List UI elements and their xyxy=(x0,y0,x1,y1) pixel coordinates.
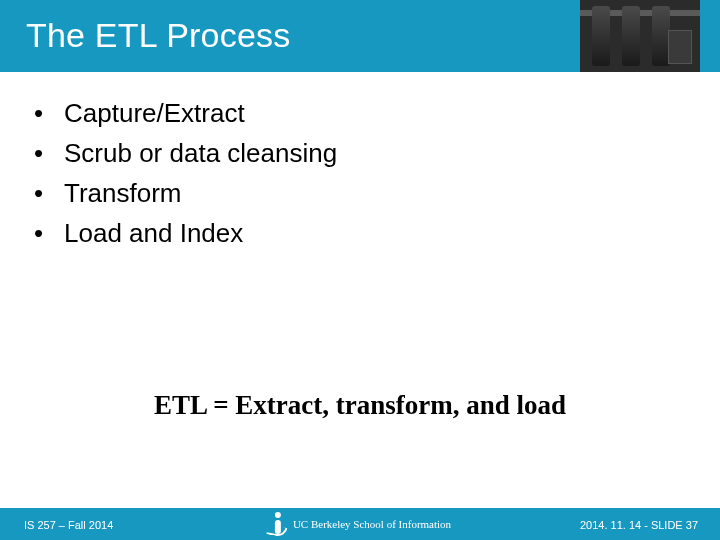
footer-bar: IS 257 – Fall 2014 UC Berkeley School of… xyxy=(0,508,720,540)
bullet-text: Transform xyxy=(64,176,182,210)
bullet-icon: • xyxy=(34,136,64,170)
list-item: • Capture/Extract xyxy=(34,96,674,130)
list-item: • Scrub or data cleansing xyxy=(34,136,674,170)
list-item: • Transform xyxy=(34,176,674,210)
slide-title: The ETL Process xyxy=(26,16,290,55)
footer-logo: UC Berkeley School of Information xyxy=(269,512,451,536)
slide: The ETL Process • Capture/Extract • Scru… xyxy=(0,0,720,540)
footer-school: UC Berkeley School of Information xyxy=(293,518,451,530)
bullet-list: • Capture/Extract • Scrub or data cleans… xyxy=(34,96,674,256)
decorative-photo xyxy=(580,0,700,72)
list-item: • Load and Index xyxy=(34,216,674,250)
bullet-text: Capture/Extract xyxy=(64,96,245,130)
photo-column xyxy=(592,6,610,66)
definition-text: ETL = Extract, transform, and load xyxy=(0,390,720,421)
bullet-icon: • xyxy=(34,176,64,210)
bullet-text: Load and Index xyxy=(64,216,243,250)
photo-door xyxy=(668,30,692,64)
photo-column xyxy=(622,6,640,66)
bullet-text: Scrub or data cleansing xyxy=(64,136,337,170)
footer-course: IS 257 – Fall 2014 xyxy=(24,519,113,531)
footer-slide-number: 2014. 11. 14 - SLIDE 37 xyxy=(580,519,698,531)
bullet-icon: • xyxy=(34,96,64,130)
bullet-icon: • xyxy=(34,216,64,250)
ischool-mark-icon xyxy=(269,512,287,536)
